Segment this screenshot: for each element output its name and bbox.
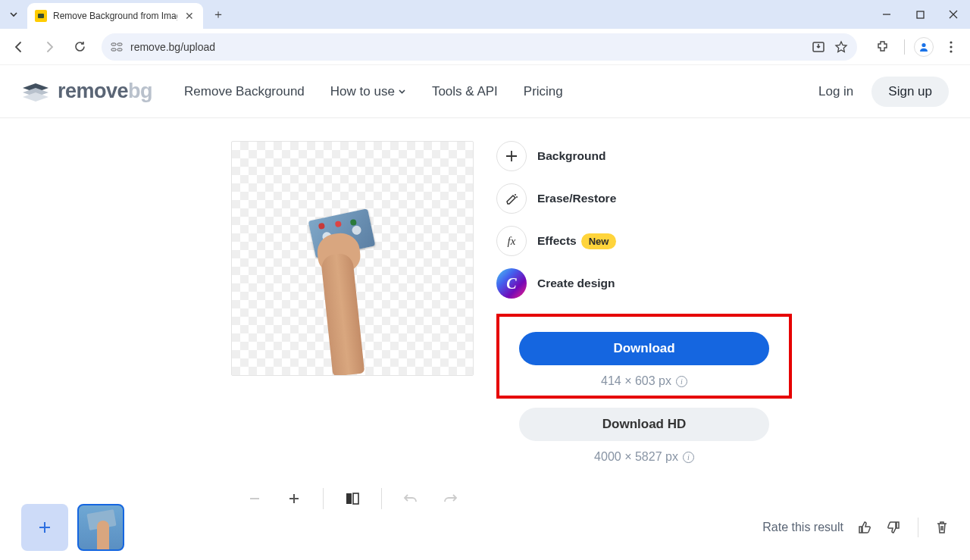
svg-point-10 xyxy=(950,50,952,52)
logo-mark-icon xyxy=(21,82,50,102)
svg-rect-2 xyxy=(111,43,116,45)
divider xyxy=(918,518,918,537)
download-button[interactable]: Download xyxy=(519,332,769,365)
tabs-dropdown[interactable] xyxy=(0,0,27,29)
address-bar[interactable]: remove.bg/upload xyxy=(102,33,857,61)
nav-remove-background[interactable]: Remove Background xyxy=(184,84,305,99)
svg-rect-14 xyxy=(346,493,352,504)
download-hd-dimensions: 4000 × 5827 pxi xyxy=(496,450,792,464)
download-dimensions: 414 × 603 pxi xyxy=(510,374,778,388)
image-preview xyxy=(231,141,474,376)
result-subject xyxy=(304,224,380,375)
nav-reload-button[interactable] xyxy=(67,34,92,60)
thumbs-down-icon[interactable] xyxy=(886,520,901,535)
favicon-icon xyxy=(35,10,47,22)
svg-point-9 xyxy=(950,45,952,48)
bookmark-star-icon[interactable] xyxy=(834,40,848,54)
tool-create-design[interactable]: C Create design xyxy=(496,268,792,299)
nav-pricing[interactable]: Pricing xyxy=(524,84,563,99)
image-thumbnail[interactable] xyxy=(77,504,124,551)
svg-point-11 xyxy=(515,194,516,196)
logo-text: removebg xyxy=(58,80,152,103)
svg-rect-3 xyxy=(117,43,122,45)
new-badge: New xyxy=(581,233,617,249)
tab-close-icon[interactable]: ✕ xyxy=(183,10,196,22)
browser-menu-icon[interactable] xyxy=(938,34,964,60)
svg-rect-15 xyxy=(353,493,358,504)
url-text: remove.bg/upload xyxy=(130,41,215,53)
rate-label: Rate this result xyxy=(762,521,843,534)
site-settings-icon[interactable] xyxy=(111,42,123,52)
fx-icon: fx xyxy=(496,226,527,256)
svg-rect-1 xyxy=(917,11,924,18)
info-icon[interactable]: i xyxy=(683,452,694,463)
nav-back-button[interactable] xyxy=(6,34,32,60)
browser-tab[interactable]: Remove Background from Imag ✕ xyxy=(27,3,203,29)
profile-avatar[interactable] xyxy=(914,37,934,57)
info-icon[interactable]: i xyxy=(676,376,687,387)
login-link[interactable]: Log in xyxy=(818,84,853,99)
tool-effects[interactable]: fx EffectsNew xyxy=(496,226,792,256)
plus-icon xyxy=(496,141,527,171)
svg-rect-4 xyxy=(111,48,116,51)
window-maximize-icon[interactable] xyxy=(903,0,937,29)
svg-point-12 xyxy=(516,196,518,198)
erase-icon xyxy=(496,183,527,214)
nav-forward-button[interactable] xyxy=(36,34,62,60)
nav-tools-api[interactable]: Tools & API xyxy=(432,84,498,99)
tab-title: Remove Background from Imag xyxy=(53,11,177,21)
logo[interactable]: removebg xyxy=(21,80,152,103)
download-hd-button[interactable]: Download HD xyxy=(519,408,769,441)
add-image-button[interactable] xyxy=(21,504,68,551)
signup-button[interactable]: Sign up xyxy=(871,77,949,107)
svg-point-8 xyxy=(950,41,952,43)
divider xyxy=(904,39,905,55)
canva-icon: C xyxy=(496,268,527,299)
install-app-icon[interactable] xyxy=(812,40,825,54)
tool-background[interactable]: Background xyxy=(496,141,792,171)
nav-how-to-use[interactable]: How to use xyxy=(330,84,406,99)
extensions-icon[interactable] xyxy=(869,34,895,60)
tool-erase-restore[interactable]: Erase/Restore xyxy=(496,183,792,214)
thumbs-up-icon[interactable] xyxy=(857,520,872,535)
svg-point-7 xyxy=(922,42,925,46)
svg-rect-5 xyxy=(117,48,122,51)
delete-icon[interactable] xyxy=(935,520,949,535)
new-tab-button[interactable]: ＋ xyxy=(208,4,229,25)
download-highlight-box: Download 414 × 603 pxi xyxy=(496,314,792,399)
window-minimize-icon[interactable] xyxy=(870,0,903,29)
window-close-icon[interactable] xyxy=(937,0,970,29)
chevron-down-icon xyxy=(398,87,406,95)
